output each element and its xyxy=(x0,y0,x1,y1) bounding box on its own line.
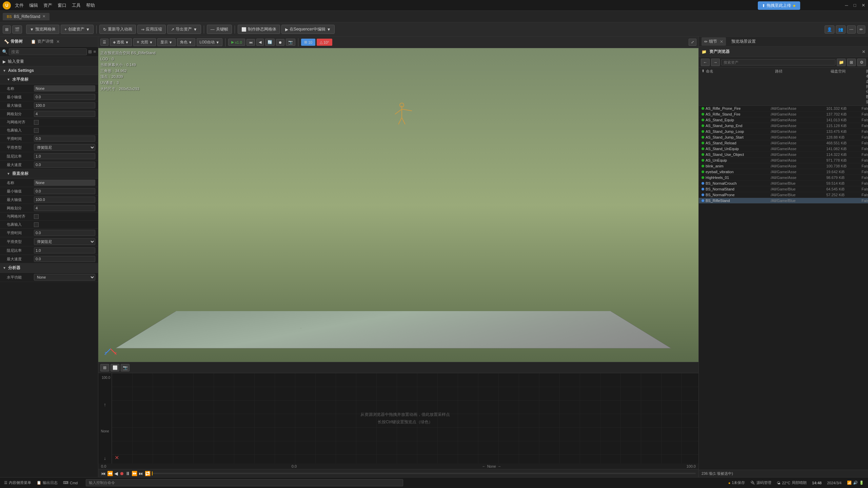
h-grid-input[interactable] xyxy=(34,111,95,117)
v-maxspeed-input[interactable] xyxy=(34,256,95,262)
menu-file[interactable]: 文件 xyxy=(15,2,24,8)
col-virtual-header[interactable]: 拥有虚拟化数据 xyxy=(866,69,868,104)
h-min-input[interactable] xyxy=(34,94,95,100)
make-static-btn[interactable]: ⬜ 制作静态网格体 xyxy=(238,25,280,34)
menu-window[interactable]: 窗口 xyxy=(58,2,66,8)
list-item[interactable]: AS_Stand_Jump_End /All/Game/Asse 115.128… xyxy=(699,123,868,129)
source-control-btn[interactable]: 🔌 源码管理 xyxy=(750,480,771,485)
camera-btn[interactable]: 📷 xyxy=(286,39,295,46)
list-item[interactable]: AS_Stand_Use_Object /All/Game/Asse 114.3… xyxy=(699,152,868,158)
step-back-btn[interactable]: ◀ xyxy=(256,39,264,46)
v-min-input[interactable] xyxy=(34,188,95,194)
volume-icon[interactable]: 🔊 xyxy=(853,481,858,485)
h-name-input[interactable] xyxy=(34,85,95,92)
list-item[interactable]: BS_NormalStand /All/Game/Blue 64.545 KiB… xyxy=(699,186,868,192)
h-smooth-input[interactable] xyxy=(34,136,95,142)
record-scrub-btn[interactable]: ⏺ xyxy=(119,471,124,476)
list-item[interactable]: AS_Stand_Equip /All/Game/Asse 141.013 Ki… xyxy=(699,117,868,123)
right-icon-edit[interactable]: ✏ xyxy=(857,25,865,34)
reverse-btn[interactable]: ◀ xyxy=(114,471,118,476)
v-clamp-checkbox[interactable] xyxy=(34,222,39,227)
right-icon-1[interactable]: 👤 xyxy=(825,25,834,34)
list-item[interactable]: AS_UnEquip /All/Game/Asse 971.778 KiB Fa… xyxy=(699,158,868,163)
ab-search-input[interactable] xyxy=(721,59,835,65)
h-damping-input[interactable] xyxy=(34,153,95,159)
character-btn[interactable]: 角色 ▼ xyxy=(177,38,195,46)
output-log-btn[interactable]: 📋 输出日志 xyxy=(37,480,58,485)
keyframe-btn[interactable]: — 关键帧 xyxy=(207,25,232,34)
tl-lasso-btn[interactable]: ⬜ xyxy=(111,364,119,371)
preview-mesh-btn[interactable]: ▼ 预览网格体 xyxy=(26,25,59,34)
col-size-header[interactable]: 磁盘空间 xyxy=(831,69,865,104)
step-back-scrub-btn[interactable]: ⏪ xyxy=(107,471,113,476)
record-btn[interactable]: ⏺ xyxy=(276,39,284,46)
reimport-anim-btn[interactable]: ↻ 重新导入动画 xyxy=(99,25,136,34)
h-max-input[interactable] xyxy=(34,102,95,108)
minimize-button[interactable]: ─ xyxy=(845,3,848,8)
play-btn[interactable]: ▶ x1.0 xyxy=(228,39,245,46)
tl-select-btn[interactable]: ⊞ xyxy=(100,364,109,371)
v-max-input[interactable] xyxy=(34,197,95,203)
v-smooth-type-select[interactable]: 弹簧阻尼 xyxy=(34,238,95,245)
h-maxspeed-input[interactable] xyxy=(34,162,95,168)
menu-help[interactable]: 帮助 xyxy=(86,2,95,8)
v-smooth-input[interactable] xyxy=(34,230,95,236)
v-name-input[interactable] xyxy=(34,180,95,186)
list-item[interactable]: AS_Stand_Jump_Start /All/Game/Asse 128.8… xyxy=(699,135,868,140)
list-item[interactable]: BS_NormalCrouch /All/Game/Blue 59.514 Ki… xyxy=(699,181,868,186)
grid-toggle[interactable]: ⊞ 10 xyxy=(301,39,315,46)
list-item[interactable]: eyeball_vibration /All/Game/Asse 19.642 … xyxy=(699,169,868,175)
h-snap-checkbox[interactable] xyxy=(34,120,39,125)
horizontal-axis-header[interactable]: ▼ 水平坐标 xyxy=(0,75,98,84)
list-item[interactable]: AS_Rifle_Stand_Fire /All/Game/Asse 137.7… xyxy=(699,111,868,117)
menu-tools[interactable]: 工具 xyxy=(72,2,81,8)
lod-btn[interactable]: LOD自动 ▼ xyxy=(197,38,223,46)
icon-btn-1[interactable]: ⊞ xyxy=(3,25,11,34)
menu-edit[interactable]: 编辑 xyxy=(29,2,38,8)
lighting-btn[interactable]: ☀ 光照 ▼ xyxy=(133,38,156,46)
menu-asset[interactable]: 资产 xyxy=(43,2,52,8)
list-item[interactable]: AS_Stand_Jump_Loop /All/Game/Asse 133.47… xyxy=(699,129,868,135)
create-asset-btn[interactable]: + 创建资产 ▼ xyxy=(61,25,94,34)
list-item[interactable]: AS_Stand_Reload /All/Game/Asse 468.551 K… xyxy=(699,140,868,146)
ab-close-icon[interactable]: ✕ xyxy=(862,49,865,54)
upload-button[interactable]: ⬆ 拖拽至此上传 ★ xyxy=(758,1,800,10)
vertical-axis-header[interactable]: ▼ 垂直坐标 xyxy=(0,169,98,179)
tab-close-icon[interactable]: ✕ xyxy=(42,14,45,19)
ab-filter-btn[interactable]: ⊞ xyxy=(847,59,856,66)
viewport-3d[interactable]: 正在预览混合空间 BS_RifleStand LOD：0 当前屏幕大小：0.14… xyxy=(98,48,698,362)
close-left-icon[interactable]: ✕ xyxy=(56,39,60,44)
play-start-btn[interactable]: ⏮ xyxy=(101,471,106,476)
angle-toggle[interactable]: △ 10° xyxy=(317,39,332,46)
list-item[interactable]: AS_Stand_UnEquip /All/Game/Asse 141.082 … xyxy=(699,146,868,152)
search-input[interactable] xyxy=(9,48,87,55)
h-smooth-type-select[interactable]: 弹簧阻尼 xyxy=(34,144,95,151)
right-icon-more[interactable]: ⋯ xyxy=(847,25,856,34)
col-name-header[interactable]: 命名 xyxy=(706,69,774,104)
detail-tab-btn[interactable]: ✏ 细节 ✕ xyxy=(702,37,726,46)
h-clamp-checkbox[interactable] xyxy=(34,128,39,133)
rewind-btn[interactable]: ⏮ xyxy=(246,39,255,46)
close-detail-icon[interactable]: ✕ xyxy=(720,39,723,44)
close-button[interactable]: ✕ xyxy=(862,3,865,8)
content-drawer-btn[interactable]: ☰ 内容侧滑菜单 xyxy=(4,480,31,485)
input-vars-header[interactable]: ▶ 输入变量 xyxy=(0,57,98,66)
ab-forward-btn[interactable]: → xyxy=(711,59,720,66)
play-end-btn[interactable]: ⏭ xyxy=(139,471,143,476)
hamburger-btn[interactable]: ☰ xyxy=(100,39,108,46)
sequencer-edit-btn[interactable]: ▶ 在Sequencer中编辑 ▼ xyxy=(281,25,335,34)
control-input[interactable]: 输入控制台命令 xyxy=(86,479,403,486)
col-path-header[interactable]: 路径 xyxy=(775,69,829,104)
v-snap-checkbox[interactable] xyxy=(34,214,39,219)
ab-settings-btn[interactable]: ⚙ xyxy=(857,59,866,66)
tl-camera-btn[interactable]: 📷 xyxy=(121,364,130,371)
maximize-button[interactable]: □ xyxy=(853,3,856,8)
viewport-maximize[interactable]: ⤢ xyxy=(689,39,696,46)
scrub-track[interactable] xyxy=(152,473,696,474)
v-grid-input[interactable] xyxy=(34,205,95,211)
filter-icon[interactable]: ≡ xyxy=(93,49,96,54)
main-tab[interactable]: BS BS_RifleStand ✕ xyxy=(3,13,50,20)
icon-btn-2[interactable]: 🎬 xyxy=(12,25,22,34)
ab-folder-btn[interactable]: 📁 xyxy=(837,59,846,66)
list-item[interactable]: HighHeels_01 /All/Game/Asse 98.679 KiB F… xyxy=(699,175,868,181)
